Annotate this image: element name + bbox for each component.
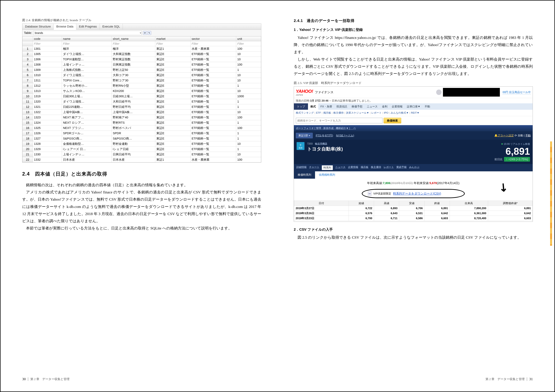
nav2-item[interactable]: レポート	[371, 111, 381, 115]
table-row[interactable]: 181327S&PGSCI商…S&PGSCI商…東証EETF銘柄一覧1	[22, 136, 261, 141]
table-row[interactable]: 211330上場インデッ…日興日経平均東証EETF銘柄一覧10	[22, 152, 261, 157]
cell: 東証E	[155, 62, 190, 67]
row-number: 11	[22, 99, 33, 104]
nav-item[interactable]: 企業情報	[390, 103, 405, 110]
portfolio-bar[interactable]: ポートフォリオ [ 管理 · 新規作成 · 機能紹介▼ ] ペ	[294, 125, 533, 131]
nav2-item[interactable]: 決算スケジュール▼	[346, 111, 369, 115]
stock-tab[interactable]: 掲示板	[361, 165, 368, 170]
nav2-item[interactable]: IPO	[384, 111, 388, 114]
cell: 上海株式指数…	[62, 67, 112, 73]
table-row[interactable]: 21305ダイワ上場投…大和東証指数東証EETF銘柄一覧10	[22, 51, 261, 57]
nav-item[interactable]: 不動	[423, 103, 432, 110]
table-row[interactable]: 161325NEXT ブラジ…野村ボベスパ東証EETF銘柄一覧100	[22, 125, 261, 131]
nav2-item[interactable]: みんなの株式▼	[391, 111, 409, 115]
stock-tab[interactable]: 株主優待	[371, 165, 381, 170]
table-row[interactable]: 101319日経300上場…日経300上場…東証EETF銘柄一覧1000	[22, 94, 261, 99]
col-short-name[interactable]: short_name	[112, 36, 155, 41]
nav-top[interactable]: トップ	[294, 103, 308, 110]
tab-edit-pragmas[interactable]: Edit Pragmas	[76, 24, 100, 29]
cell: 東証E	[155, 73, 190, 78]
filter-market[interactable]: Filter	[155, 41, 190, 46]
nav2-item[interactable]: REIT▼	[411, 111, 419, 114]
table-row[interactable]: 91313サムスンKOD…KDX200東証EETF銘柄一覧10	[22, 88, 261, 94]
sale-link[interactable]: 00円 目玉商品セール中	[503, 90, 531, 94]
add-button[interactable]: ＋追加	[297, 142, 305, 150]
nav-item[interactable]: ニュース	[365, 103, 380, 110]
pts-link[interactable]: PTS (6,877円)	[316, 134, 333, 137]
stock-tab[interactable]: ニュース	[335, 165, 345, 170]
table-row[interactable]: 171326SPDRゴール…SPDR東証EETF銘柄一覧1	[22, 131, 261, 136]
cell: ETF銘柄一覧	[190, 99, 236, 104]
nav2-item[interactable]: ETF	[316, 111, 321, 114]
search-button[interactable]: 株価検索	[384, 118, 401, 123]
filter-unit[interactable]: Filter	[236, 41, 261, 46]
stock-tab[interactable]: チャート	[309, 165, 319, 170]
cell: 1	[236, 120, 261, 125]
row-number: 9	[22, 88, 33, 94]
nav-item[interactable]: 株価予想	[350, 103, 365, 110]
stock-tab[interactable]: みんかぶ	[409, 165, 419, 170]
table-row[interactable]: 31306TOPIX連動型…野村東証指数東証EETF銘柄一覧10	[22, 57, 261, 62]
price-col: 出来高	[450, 201, 488, 206]
clear-filter-icon[interactable]: ✎	[147, 31, 151, 35]
avatar-icon[interactable]	[436, 89, 442, 95]
filter-sector[interactable]: Filter	[190, 41, 236, 46]
table-row[interactable]: 151324NEXT ロシア…野村RTS東証EETF銘柄一覧1	[22, 120, 261, 125]
col-code[interactable]: code	[33, 36, 62, 41]
category-link[interactable]: 輸送用機器	[315, 142, 327, 145]
filter-short[interactable]: Filter	[112, 41, 155, 46]
cell: 東証E	[155, 141, 190, 146]
table-row[interactable]: 141323NEXT 南アフ…野村南ア40東証EETF銘柄一覧100	[22, 115, 261, 120]
col-market[interactable]: market	[155, 36, 190, 41]
stock-tab[interactable]: 企業情報	[348, 165, 358, 170]
tab-database-structure[interactable]: Database Structure	[22, 24, 54, 29]
stock-tab[interactable]: 詳細情報	[296, 165, 307, 170]
col-name[interactable]: name	[62, 36, 112, 41]
market-pill[interactable]: 東証1部	[296, 133, 313, 138]
search-input[interactable]	[296, 118, 382, 123]
nav-item[interactable]: FX・為替	[318, 103, 334, 110]
table-row[interactable]: 201329iシェアーズ 日…iシェア日経東証EETF銘柄一覧1	[22, 146, 261, 152]
nyse-link[interactable]: NYSE (ードル)	[336, 134, 354, 137]
row-number: 19	[22, 141, 33, 146]
cell: 東証E	[155, 99, 190, 104]
table-select[interactable]: brands	[33, 31, 142, 35]
table-row[interactable]: 71311TOPIX Core…野村コア30東証EETF銘柄一覧10	[22, 78, 261, 83]
col-sector[interactable]: sector	[190, 36, 236, 41]
nav2-item[interactable]: 株主優待	[333, 111, 344, 115]
footer: 30 第 2 章 データー収集と管理	[22, 377, 70, 381]
cell: 極洋	[112, 46, 155, 51]
table-row[interactable]: 111320ダイワ上場投…大和日経平均東証EETF銘柄一覧1	[22, 99, 261, 104]
table-row[interactable]: 61310ダイワ上場投…大和コア30東証EETF銘柄一覧10	[22, 73, 261, 78]
alert-settings[interactable]: 🔔アラート設定 ⟳ 自動 | 手動	[494, 134, 531, 137]
stock-tab[interactable]: レポート	[384, 165, 394, 170]
filter-name[interactable]: Filter	[62, 41, 112, 46]
nav-stocks[interactable]: 株式	[308, 103, 318, 110]
cell: ETF銘柄一覧	[190, 131, 236, 136]
table-row[interactable]: 11301極洋極洋東証1水産・農林業100	[22, 46, 261, 51]
filter-code[interactable]: Filter	[33, 41, 62, 46]
table-row[interactable]: 221332日本水産日本水産東証1水産・農林業100	[22, 157, 261, 162]
ts-tab-credit[interactable]: 信用残時系列	[315, 171, 339, 179]
ts-tab-price[interactable]: 株価時系列	[294, 171, 315, 179]
nav2-item[interactable]: 株式ランキング	[296, 111, 314, 115]
refresh-icon[interactable]: ⟳	[143, 31, 147, 35]
table-row[interactable]: 41308上場インデッ…日興東証指数東証EETF銘柄一覧100	[22, 62, 261, 67]
tab-browse-data[interactable]: Browse Data	[54, 24, 76, 30]
download-csv-link[interactable]: 時系列データをダウンロード(CSV)	[393, 192, 441, 196]
table-row[interactable]: 51309上海株式指数…野村上証50東証EETF銘柄一覧1	[22, 67, 261, 73]
nav-item[interactable]: 証券口座▼	[405, 103, 423, 110]
table-row[interactable]: 191328金価格連動型…野村金連動東証EETF銘柄一覧10	[22, 141, 261, 146]
table-row[interactable]: 81312ラッセル野村小…野村RN小型東証EETF銘柄一覧1	[22, 83, 261, 88]
table-row[interactable]: 121321日経225連動…野村日経平均東証EETF銘柄一覧1	[22, 104, 261, 109]
nav-item[interactable]: 金利	[380, 103, 390, 110]
nav2-item[interactable]: 掲示板	[323, 111, 331, 115]
stock-tab[interactable]: 時系列	[322, 165, 333, 170]
table-row[interactable]: 131322上場中国A株…上場中国A株…東証EETF銘柄一覧10	[22, 109, 261, 115]
ytd-line: 年初来高値:7,806(2018年1月19日) 年初来安値:5,670(2017…	[294, 179, 533, 188]
nav-item[interactable]: 投資信託	[334, 103, 350, 110]
download-callout: csv VIP倶楽部限定 時系列データをダウンロード(CSV)	[362, 189, 465, 198]
stock-tab[interactable]: 業績予報	[396, 165, 407, 170]
tab-execute-sql[interactable]: Execute SQL	[100, 24, 123, 29]
col-unit[interactable]: unit	[236, 36, 261, 41]
